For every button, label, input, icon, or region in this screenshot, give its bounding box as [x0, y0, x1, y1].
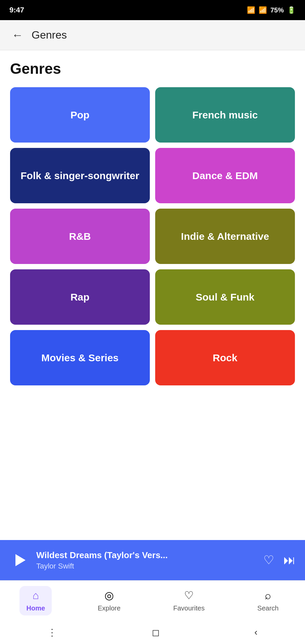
- genre-card-pop[interactable]: Pop: [10, 87, 150, 143]
- play-button[interactable]: [9, 550, 30, 570]
- track-title: Wildest Dreams (Taylor's Vers...: [36, 550, 257, 560]
- genre-card-french-music[interactable]: French music: [155, 87, 295, 143]
- favourite-button[interactable]: ♡: [263, 553, 274, 567]
- track-info: Wildest Dreams (Taylor's Vers... Taylor …: [36, 550, 257, 571]
- main-content: Genres PopFrench musicFolk & singer-song…: [0, 50, 305, 540]
- skip-button[interactable]: ⏭: [284, 553, 296, 567]
- nav-label-search: Search: [257, 604, 278, 612]
- genre-label-soul-funk: Soul & Funk: [196, 290, 255, 304]
- battery-display: 75%: [270, 6, 284, 14]
- genre-label-rnb: R&B: [69, 230, 91, 243]
- genre-card-dance-edm[interactable]: Dance & EDM: [155, 148, 295, 203]
- genre-card-rock[interactable]: Rock: [155, 330, 295, 385]
- genre-label-folk: Folk & singer-songwriter: [20, 169, 139, 182]
- recent-apps-button[interactable]: ⋮: [47, 627, 57, 638]
- now-playing-controls: ♡ ⏭: [263, 553, 296, 567]
- nav-icon-explore: ◎: [104, 589, 114, 602]
- nav-item-home[interactable]: ⌂Home: [19, 586, 52, 615]
- nav-icon-home: ⌂: [33, 589, 39, 602]
- nav-item-favourites[interactable]: ♡Favourites: [167, 586, 211, 615]
- play-icon: [15, 554, 26, 566]
- genre-label-dance-edm: Dance & EDM: [192, 169, 258, 182]
- genre-label-movies-series: Movies & Series: [41, 351, 119, 364]
- genre-card-soul-funk[interactable]: Soul & Funk: [155, 269, 295, 325]
- status-icons: 📶 📶 75% 🔋: [247, 6, 296, 14]
- time-display: 9:47: [9, 6, 24, 14]
- nav-item-explore[interactable]: ◎Explore: [91, 586, 127, 615]
- nav-icon-search: ⌕: [265, 589, 271, 602]
- genre-card-movies-series[interactable]: Movies & Series: [10, 330, 150, 385]
- nav-icon-favourites: ♡: [184, 589, 194, 602]
- genre-label-rock: Rock: [213, 351, 237, 364]
- genre-label-french-music: French music: [192, 108, 258, 121]
- genre-label-rap: Rap: [71, 290, 90, 304]
- back-system-button[interactable]: ‹: [254, 627, 257, 638]
- nav-label-favourites: Favourites: [173, 604, 205, 612]
- home-system-button[interactable]: ◻: [152, 627, 160, 638]
- nav-item-search[interactable]: ⌕Search: [251, 586, 285, 615]
- track-artist: Taylor Swift: [36, 562, 257, 571]
- now-playing-bar[interactable]: Wildest Dreams (Taylor's Vers... Taylor …: [0, 540, 305, 580]
- genre-grid: PopFrench musicFolk & singer-songwriterD…: [10, 87, 295, 385]
- system-nav: ⋮ ◻ ‹: [0, 621, 305, 644]
- nav-label-explore: Explore: [98, 604, 121, 612]
- genre-label-pop: Pop: [71, 108, 90, 121]
- nav-title: Genres: [32, 29, 67, 41]
- network-icon: 📶: [259, 6, 267, 14]
- bluetooth-icon: 📶: [247, 6, 255, 14]
- genre-card-rnb[interactable]: R&B: [10, 209, 150, 264]
- nav-label-home: Home: [26, 604, 45, 612]
- battery-icon: 🔋: [287, 6, 296, 14]
- back-arrow-icon: ←: [12, 29, 23, 42]
- back-button[interactable]: ←: [8, 26, 27, 45]
- bottom-nav: ⌂Home◎Explore♡Favourites⌕Search: [0, 580, 305, 621]
- genre-label-indie-alt: Indie & Alternative: [181, 230, 269, 243]
- genre-card-indie-alt[interactable]: Indie & Alternative: [155, 209, 295, 264]
- genre-card-folk[interactable]: Folk & singer-songwriter: [10, 148, 150, 203]
- top-nav: ← Genres: [0, 20, 305, 50]
- genre-card-rap[interactable]: Rap: [10, 269, 150, 325]
- page-title: Genres: [10, 60, 295, 77]
- status-bar: 9:47 📶 📶 75% 🔋: [0, 0, 305, 20]
